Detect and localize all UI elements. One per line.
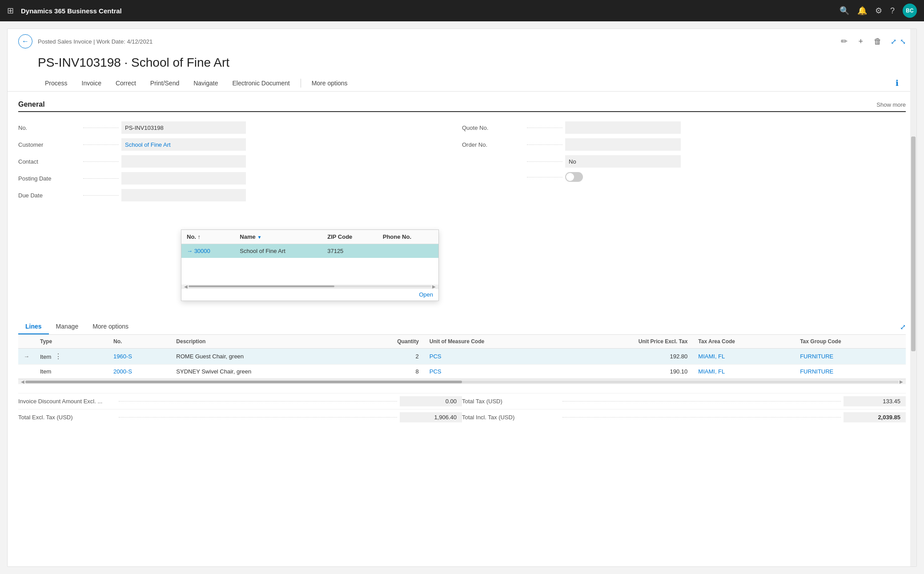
dropdown-empty-space xyxy=(181,258,438,285)
h-scroll-left[interactable]: ◀ xyxy=(20,379,25,384)
dropdown-no-link[interactable]: 30000 xyxy=(194,248,210,254)
notification-icon[interactable]: 🔔 xyxy=(857,6,867,16)
row2-tax-group: FURNITURE xyxy=(795,365,906,379)
posting-date-label: Posting Date xyxy=(18,175,80,182)
totals-right: Total Tax (USD) 133.45 Total Incl. Tax (… xyxy=(462,393,906,425)
row1-type-value: Item xyxy=(40,353,51,360)
total-tax-value: 133.45 xyxy=(844,396,906,406)
add-button[interactable]: + xyxy=(856,35,865,48)
th-unit-price[interactable]: Unit Price Excl. Tax xyxy=(565,335,693,349)
row2-quantity-value: 8 xyxy=(416,368,419,375)
row1-tax-area-link[interactable]: MIAMI, FL xyxy=(698,353,725,360)
th-type[interactable]: Type xyxy=(35,335,108,349)
dropdown-open-button[interactable]: Open xyxy=(419,291,433,298)
th-description-label: Description xyxy=(176,338,205,345)
th-type-label: Type xyxy=(40,338,52,345)
order-no-label: Order No. xyxy=(462,141,524,148)
tab-navigate[interactable]: Navigate xyxy=(186,75,225,91)
row2-no-link[interactable]: 2000-S xyxy=(113,368,132,375)
scroll-left-arrow[interactable]: ◀ xyxy=(183,284,189,289)
table-row[interactable]: → Item ⋮ 1960-S ROME Guest Chair, green xyxy=(18,349,906,365)
field-toggle xyxy=(462,170,906,184)
field-customer: Customer xyxy=(18,136,462,153)
row1-description-value: ROME Guest Chair, green xyxy=(176,353,244,360)
th-tax-area-label: Tax Area Code xyxy=(698,338,735,345)
row2-uom-link[interactable]: PCS xyxy=(430,368,442,375)
dropdown-row[interactable]: → 30000 School of Fine Art 37125 xyxy=(181,244,438,258)
lines-h-scrollbar[interactable]: ◀ ▶ xyxy=(18,379,906,384)
scrollbar-track[interactable] xyxy=(189,285,431,287)
col-name-header[interactable]: Name ▼ xyxy=(234,230,322,244)
row1-tax-group-link[interactable]: FURNITURE xyxy=(800,353,833,360)
row2-tax-group-link[interactable]: FURNITURE xyxy=(800,368,833,375)
grid-icon[interactable]: ⊞ xyxy=(7,6,14,16)
tab-electronic-doc[interactable]: Electronic Document xyxy=(225,75,297,91)
show-more-link[interactable]: Show more xyxy=(876,101,906,108)
row2-tax-area-link[interactable]: MIAMI, FL xyxy=(698,368,725,375)
h-scrollbar-track[interactable] xyxy=(25,381,899,383)
total-incl-value: 2,039.85 xyxy=(844,412,906,422)
th-tax-area[interactable]: Tax Area Code xyxy=(693,335,795,349)
contact-input[interactable] xyxy=(121,155,246,168)
col-no-header[interactable]: No. ↑ xyxy=(181,230,234,244)
th-uom[interactable]: Unit of Measure Code xyxy=(424,335,565,349)
col-name-label: Name xyxy=(240,233,255,240)
scroll-right-arrow[interactable]: ▶ xyxy=(431,284,437,289)
search-icon[interactable]: 🔍 xyxy=(840,6,849,16)
contact-value xyxy=(121,155,462,168)
lines-expand-icon[interactable]: ⤢ xyxy=(900,323,906,331)
col-zip-label: ZIP Code xyxy=(327,233,352,240)
info-icon[interactable]: ℹ xyxy=(896,78,899,88)
row1-no-link[interactable]: 1960-S xyxy=(113,353,132,360)
customer-input[interactable] xyxy=(121,138,246,151)
help-icon[interactable]: ? xyxy=(890,6,895,16)
settings-icon[interactable]: ⚙ xyxy=(875,6,882,16)
scrollbar-thumb xyxy=(189,285,334,287)
row1-tax-area: MIAMI, FL xyxy=(693,349,795,365)
lines-table: Type No. Description Quantity xyxy=(18,335,906,379)
row2-type: Item xyxy=(35,365,108,379)
no-input[interactable] xyxy=(121,121,246,134)
avatar[interactable]: BC xyxy=(903,4,917,18)
tab-process[interactable]: Process xyxy=(38,75,75,91)
edit-button[interactable]: ✏ xyxy=(839,35,849,48)
invoice-discount-label: Invoice Discount Amount Excl. ... xyxy=(18,398,116,405)
order-no-input[interactable] xyxy=(565,138,681,151)
dropdown-scrollbar[interactable]: ◀ ▶ xyxy=(181,285,438,288)
row2-description: SYDNEY Swivel Chair, green xyxy=(171,365,355,379)
toggle-switch[interactable] xyxy=(565,172,583,182)
tab-correct[interactable]: Correct xyxy=(108,75,143,91)
v-scrollbar[interactable] xyxy=(910,29,916,566)
total-tax-dots xyxy=(562,401,841,401)
lines-tabs: Lines Manage More options ⤢ xyxy=(18,319,906,335)
th-no[interactable]: No. xyxy=(108,335,171,349)
tab-lines-more-options[interactable]: More options xyxy=(85,319,136,334)
th-quantity[interactable]: Quantity xyxy=(355,335,424,349)
col-phone-header[interactable]: Phone No. xyxy=(378,230,438,244)
row1-uom-link[interactable]: PCS xyxy=(430,353,442,360)
tab-lines[interactable]: Lines xyxy=(18,319,49,334)
quote-no-input[interactable] xyxy=(565,121,681,134)
th-uom-label: Unit of Measure Code xyxy=(430,338,484,345)
tab-print-send[interactable]: Print/Send xyxy=(143,75,186,91)
expand-icon[interactable]: ⤢ xyxy=(891,37,896,46)
back-button[interactable]: ← xyxy=(18,34,32,48)
delete-button[interactable]: 🗑 xyxy=(872,35,884,48)
row1-dots-menu[interactable]: ⋮ xyxy=(53,353,64,360)
posting-date-input[interactable] xyxy=(121,172,246,185)
th-tax-group[interactable]: Tax Group Code xyxy=(795,335,906,349)
col-zip-header[interactable]: ZIP Code xyxy=(322,230,378,244)
table-row[interactable]: Item 2000-S SYDNEY Swivel Chair, green 8 xyxy=(18,365,906,379)
order-no-value xyxy=(565,138,906,151)
h-scroll-right[interactable]: ▶ xyxy=(899,379,904,384)
toggle-knob xyxy=(566,173,574,181)
field-due-date: Due Date xyxy=(18,187,462,204)
th-description[interactable]: Description xyxy=(171,335,355,349)
tab-manage[interactable]: Manage xyxy=(49,319,86,334)
th-quantity-label: Quantity xyxy=(397,338,419,345)
due-date-input[interactable] xyxy=(121,189,246,201)
tab-more-options[interactable]: More options xyxy=(305,75,355,91)
compress-icon[interactable]: ⤡ xyxy=(900,37,906,46)
tab-invoice[interactable]: Invoice xyxy=(75,75,108,91)
row1-uom: PCS xyxy=(424,349,565,365)
